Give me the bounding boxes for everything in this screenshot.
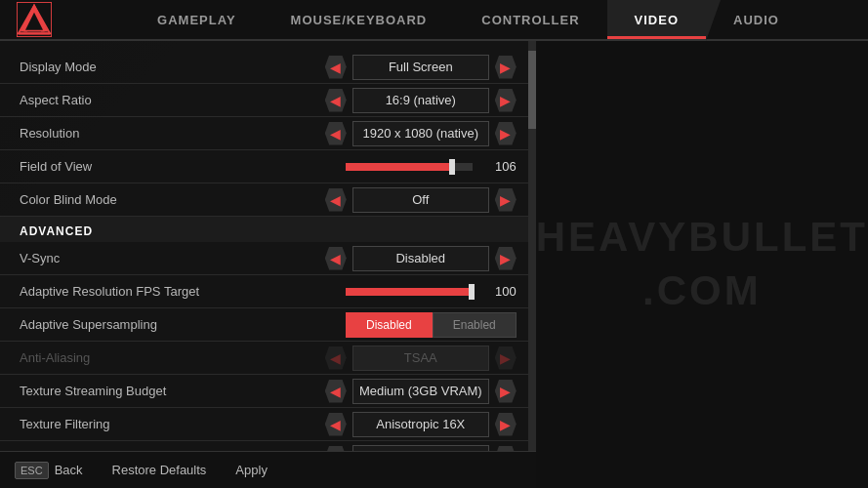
advanced-section-header: ADVANCED (0, 217, 536, 242)
texture-budget-label: Texture Streaming Budget (20, 384, 325, 398)
anti-aliasing-control: ◀ TSAA ▶ (325, 346, 517, 371)
texture-filter-control: ◀ Anisotropic 16X ▶ (325, 412, 517, 437)
fov-label: Field of View (20, 159, 346, 174)
back-label: Back (55, 463, 83, 477)
texture-budget-value: Medium (3GB VRAM) (352, 379, 489, 404)
color-blind-value: Off (352, 187, 489, 213)
anti-aliasing-value: TSAA (352, 346, 489, 371)
texture-budget-right-btn[interactable]: ▶ (495, 380, 517, 403)
apply-button[interactable]: Apply (235, 463, 268, 477)
adaptive-super-enabled-btn[interactable]: Enabled (433, 312, 517, 338)
vsync-value: Disabled (352, 246, 489, 271)
setting-row-display-mode: Display Mode ◀ Full Screen ▶ (0, 51, 536, 84)
aspect-ratio-control: ◀ 16:9 (native) ▶ (325, 88, 517, 113)
setting-row-vsync: V-Sync ◀ Disabled ▶ (0, 242, 536, 275)
adaptive-super-label: Adaptive Supersampling (20, 317, 346, 332)
fov-value: 106 (482, 159, 517, 174)
logo-area (0, 0, 68, 39)
setting-row-texture-budget: Texture Streaming Budget ◀ Medium (3GB V… (0, 375, 536, 408)
anti-aliasing-left-btn[interactable]: ◀ (325, 346, 347, 370)
resolution-value: 1920 x 1080 (native) (352, 121, 489, 146)
resolution-left-btn[interactable]: ◀ (325, 122, 347, 145)
resolution-right-btn[interactable]: ▶ (495, 122, 517, 145)
watermark: HEAVYBULLET .COM (536, 211, 868, 317)
resolution-control: ◀ 1920 x 1080 (native) ▶ (325, 121, 517, 146)
preview-area: HEAVYBULLET .COM (536, 41, 868, 488)
resolution-label: Resolution (20, 126, 325, 141)
adaptive-super-control: Disabled Enabled (346, 312, 517, 338)
setting-row-resolution: Resolution ◀ 1920 x 1080 (native) ▶ (0, 117, 536, 150)
color-blind-control: ◀ Off ▶ (325, 187, 517, 213)
adaptive-super-toggle: Disabled Enabled (346, 312, 517, 338)
esc-key: ESC (15, 462, 49, 479)
texture-filter-label: Texture Filtering (20, 417, 325, 431)
tab-video[interactable]: VIDEO (607, 0, 706, 39)
display-mode-right-btn[interactable]: ▶ (495, 56, 517, 79)
back-button[interactable]: ESC Back (15, 462, 83, 479)
adaptive-res-label: Adaptive Resolution FPS Target (20, 284, 346, 299)
scrollbar-thumb[interactable] (528, 51, 536, 129)
vsync-label: V-Sync (20, 251, 325, 265)
restore-defaults-button[interactable]: Restore Defaults (112, 463, 207, 477)
fov-slider-fill (346, 163, 454, 171)
watermark-line2: .COM (536, 264, 868, 318)
tab-gameplay[interactable]: GAMEPLAY (130, 0, 263, 39)
adaptive-res-value: 100 (482, 284, 517, 299)
adaptive-res-slider-track[interactable] (346, 288, 473, 296)
display-mode-control: ◀ Full Screen ▶ (325, 55, 517, 80)
fov-slider-track[interactable] (346, 163, 473, 171)
vsync-right-btn[interactable]: ▶ (495, 247, 517, 270)
setting-row-texture-filter: Texture Filtering ◀ Anisotropic 16X ▶ (0, 408, 536, 441)
color-blind-left-btn[interactable]: ◀ (325, 188, 347, 212)
texture-budget-left-btn[interactable]: ◀ (325, 380, 347, 403)
adaptive-super-disabled-btn[interactable]: Disabled (346, 312, 433, 338)
display-mode-left-btn[interactable]: ◀ (325, 56, 347, 79)
anti-aliasing-label: Anti-Aliasing (20, 350, 325, 365)
tab-audio[interactable]: AUDIO (706, 0, 806, 39)
aspect-ratio-right-btn[interactable]: ▶ (495, 89, 517, 112)
setting-row-color-blind: Color Blind Mode ◀ Off ▶ (0, 183, 536, 217)
texture-filter-value: Anisotropic 16X (352, 412, 489, 437)
vsync-control: ◀ Disabled ▶ (325, 246, 517, 271)
apex-logo (17, 2, 52, 37)
aspect-ratio-label: Aspect Ratio (20, 93, 325, 107)
color-blind-label: Color Blind Mode (20, 192, 325, 207)
nav-tabs: GAMEPLAY MOUSE/KEYBOARD CONTROLLER VIDEO… (68, 0, 868, 39)
aspect-ratio-value: 16:9 (native) (352, 88, 489, 113)
fov-control: 106 (346, 159, 517, 174)
adaptive-res-control: 100 (346, 284, 517, 299)
apply-label: Apply (235, 463, 268, 477)
restore-defaults-label: Restore Defaults (112, 463, 207, 477)
scrollbar[interactable] (528, 41, 536, 488)
setting-row-aspect-ratio: Aspect Ratio ◀ 16:9 (native) ▶ (0, 84, 536, 117)
tab-controller[interactable]: CONTROLLER (454, 0, 606, 39)
setting-row-anti-aliasing: Anti-Aliasing ◀ TSAA ▶ (0, 342, 536, 375)
nav-bar: GAMEPLAY MOUSE/KEYBOARD CONTROLLER VIDEO… (0, 0, 868, 41)
display-mode-value: Full Screen (352, 55, 489, 80)
texture-budget-control: ◀ Medium (3GB VRAM) ▶ (325, 379, 517, 404)
aspect-ratio-left-btn[interactable]: ◀ (325, 89, 347, 112)
main-content: Display Mode ◀ Full Screen ▶ Aspect Rati… (0, 41, 868, 488)
setting-row-adaptive-super: Adaptive Supersampling Disabled Enabled (0, 308, 536, 342)
display-mode-label: Display Mode (20, 60, 325, 74)
settings-panel: Display Mode ◀ Full Screen ▶ Aspect Rati… (0, 41, 536, 488)
texture-filter-left-btn[interactable]: ◀ (325, 413, 347, 436)
tab-mouse[interactable]: MOUSE/KEYBOARD (264, 0, 455, 39)
fov-slider-handle (449, 159, 455, 175)
setting-row-fov: Field of View 106 (0, 150, 536, 183)
watermark-line1: HEAVYBULLET (536, 211, 868, 264)
bottom-bar: ESC Back Restore Defaults Apply (0, 451, 536, 488)
setting-row-adaptive-res: Adaptive Resolution FPS Target 100 (0, 275, 536, 308)
vsync-left-btn[interactable]: ◀ (325, 247, 347, 270)
adaptive-res-slider-fill (346, 288, 473, 296)
texture-filter-right-btn[interactable]: ▶ (495, 413, 517, 436)
anti-aliasing-right-btn[interactable]: ▶ (495, 346, 517, 370)
adaptive-res-slider-handle (469, 284, 475, 300)
color-blind-right-btn[interactable]: ▶ (495, 188, 517, 212)
